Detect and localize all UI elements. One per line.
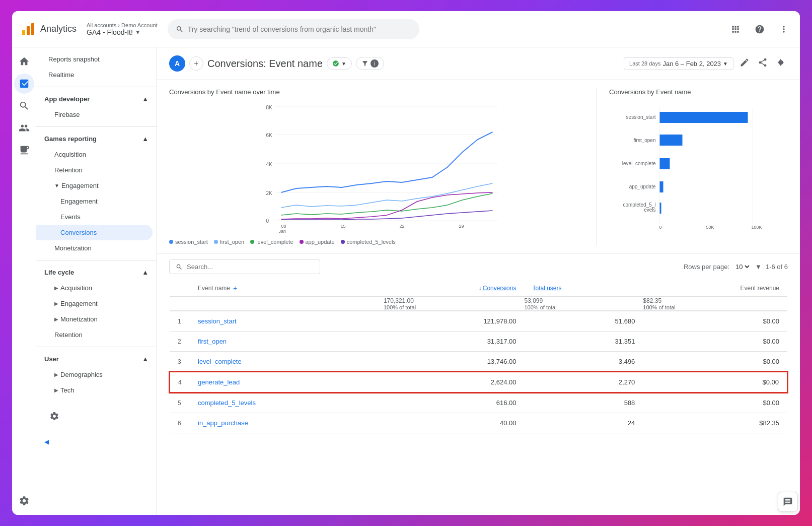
table-total-row: 170,321.00 100% of total 53,099 100% of … [170, 297, 787, 311]
breadcrumb: All accounts › Demo Account [87, 22, 158, 28]
conversions-sort[interactable]: ↓ Conversions [392, 285, 516, 292]
filter-button[interactable]: i [356, 57, 384, 70]
sidebar-item-tech[interactable]: ▶ Tech [36, 382, 157, 398]
grid-icon-button[interactable] [727, 21, 744, 37]
line-chart-title: Conversions by Event name over time [169, 88, 584, 96]
th-total-users[interactable]: Total users [524, 280, 643, 297]
sidebar-collapse-button[interactable]: ◀ [36, 434, 157, 449]
row-event-name[interactable]: generate_lead [190, 372, 384, 392]
sidebar-item-realtime[interactable]: Realtime [36, 67, 157, 83]
table-search-bar[interactable] [169, 259, 320, 274]
add-column-icon[interactable]: + [233, 284, 237, 292]
chat-button[interactable] [778, 492, 798, 512]
rows-per-page-select[interactable]: 10 25 50 [733, 262, 751, 271]
line-chart-container: Conversions by Event name over time 8K 6… [169, 88, 597, 245]
nav-audience-icon[interactable] [14, 118, 34, 138]
svg-rect-2 [31, 23, 34, 35]
row-total-users: 3,496 [524, 352, 643, 372]
table-row: 1 session_start 121,978.00 51,680 $0.00 [170, 311, 787, 332]
th-event-revenue[interactable]: Event revenue [643, 280, 787, 297]
avatar: A [169, 55, 185, 72]
nav-reports-icon[interactable] [14, 140, 34, 160]
sidebar-item-demographics[interactable]: ▶ Demographics [36, 367, 157, 382]
sidebar-item-conversions[interactable]: Conversions [36, 225, 153, 240]
sidebar-section-user[interactable]: User ▲ [36, 351, 157, 367]
th-num [170, 280, 190, 297]
bar-chart-title: Conversions by Event name [609, 88, 788, 96]
sidebar-item-lc-engagement[interactable]: ▶ Engagement [36, 296, 157, 311]
svg-text:15: 15 [341, 224, 346, 229]
sidebar-section-games-reporting[interactable]: Games reporting ▲ [36, 131, 157, 147]
table-row: 5 completed_5_levels 616.00 588 $0.00 [170, 392, 787, 413]
left-nav [12, 47, 36, 515]
table-search-icon [176, 264, 183, 271]
sidebar-section-app-developer[interactable]: App developer ▲ [36, 91, 157, 107]
svg-text:session_start: session_start [626, 114, 656, 120]
add-comparison-button[interactable]: + [189, 56, 203, 71]
svg-text:first_open: first_open [634, 138, 656, 143]
nav-home-icon[interactable] [14, 51, 34, 72]
legend-completed-5: completed_5_levels [341, 239, 396, 245]
row-event-name[interactable]: level_complete [190, 352, 384, 372]
row-num: 3 [170, 352, 190, 372]
th-event-name[interactable]: Event name + [190, 280, 384, 297]
sidebar-item-monetization[interactable]: Monetization [36, 240, 157, 256]
sidebar-item-reports-snapshot[interactable]: Reports snapshot [36, 51, 157, 67]
bar-completed-5 [660, 203, 661, 214]
compare-button[interactable] [774, 55, 788, 72]
search-input[interactable] [188, 25, 411, 33]
legend-dot-app-update [300, 240, 304, 244]
share-button[interactable] [756, 55, 770, 72]
sidebar-settings-icon[interactable] [44, 406, 64, 426]
row-total-users: 24 [524, 413, 643, 433]
content-header: A + Conversions: Event name ▼ i Last 28 … [157, 47, 800, 80]
sidebar-divider-1 [36, 87, 157, 87]
filter-status-chip[interactable]: ▼ [327, 57, 352, 70]
sidebar-item-lc-acquisition[interactable]: ▶ Acquisition [36, 280, 157, 296]
chart-legend: session_start first_open level_complete [169, 239, 584, 245]
nav-analytics-icon[interactable] [14, 74, 34, 94]
sidebar-item-engagement-sub[interactable]: Engagement [36, 193, 157, 209]
legend-dot-completed-5 [341, 240, 345, 244]
chevron-down-icon[interactable]: ▼ [135, 29, 141, 36]
sidebar-item-acquisition[interactable]: Acquisition [36, 147, 157, 162]
svg-text:100K: 100K [752, 225, 762, 230]
search-bar[interactable] [168, 19, 419, 39]
logo: Analytics [20, 21, 81, 37]
help-icon-button[interactable] [752, 21, 768, 37]
app-window: Analytics All accounts › Demo Account GA… [12, 11, 800, 515]
chevron-up-icon-2: ▲ [142, 135, 149, 143]
row-conversions: 40.00 [384, 413, 525, 433]
date-range-selector[interactable]: Last 28 days Jan 6 – Feb 2, 2023 ▼ [624, 57, 733, 70]
sidebar-item-lc-retention[interactable]: Retention [36, 327, 157, 343]
sidebar-item-retention[interactable]: Retention [36, 162, 157, 178]
sidebar-section-lifecycle[interactable]: Life cycle ▲ [36, 265, 157, 280]
sidebar-divider-4 [36, 347, 157, 347]
svg-text:level_complete: level_complete [622, 161, 656, 166]
sidebar-item-events[interactable]: Events [36, 209, 157, 225]
row-event-name[interactable]: session_start [190, 311, 384, 332]
more-icon-button[interactable] [776, 21, 792, 37]
table-row: 3 level_complete 13,746.00 3,496 $0.00 [170, 352, 787, 372]
row-event-name[interactable]: in_app_purchase [190, 413, 384, 433]
chevron-down-filter-icon: ▼ [341, 61, 346, 67]
sidebar-item-lc-monetization[interactable]: ▶ Monetization [36, 311, 157, 327]
row-event-name[interactable]: first_open [190, 332, 384, 352]
edit-report-button[interactable] [737, 55, 752, 72]
legend-first-open: first_open [214, 239, 244, 245]
table-toolbar: Rows per page: 10 25 50 ▼ 1-6 of 6 [169, 253, 788, 280]
sidebar-item-firebase[interactable]: Firebase [36, 107, 157, 122]
nav-settings-icon[interactable] [14, 491, 34, 511]
event-name-sort[interactable]: Event name + [198, 284, 376, 292]
date-label: Last 28 days [629, 60, 660, 67]
table-search-input[interactable] [187, 263, 271, 271]
account-name: GA4 - Flood-It! ▼ [87, 28, 158, 36]
row-total-users: 51,680 [524, 311, 643, 332]
row-event-name[interactable]: completed_5_levels [190, 392, 384, 413]
sidebar-item-engagement-parent[interactable]: ▼ Engagement [36, 178, 157, 193]
th-conversions[interactable]: ↓ Conversions [384, 280, 525, 297]
row-event-revenue: $0.00 [643, 372, 787, 392]
bar-chart-svg: session_start first_open level_complete … [609, 102, 788, 233]
svg-text:29: 29 [459, 224, 464, 229]
nav-search-icon[interactable] [14, 96, 34, 116]
